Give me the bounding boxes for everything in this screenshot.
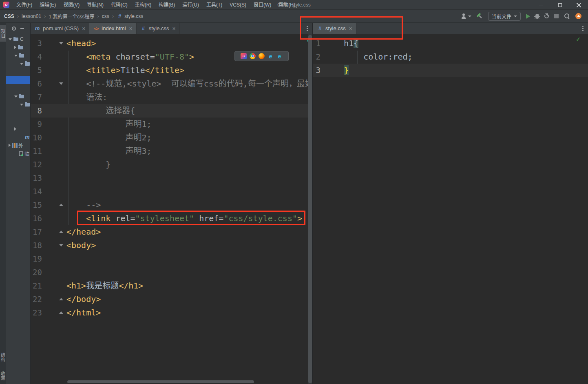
run-button[interactable] xyxy=(526,14,530,19)
tab-style.css[interactable]: #style.css× xyxy=(137,23,180,34)
tab-pom.xml (CSS)[interactable]: mpom.xml (CSS)× xyxy=(31,23,89,34)
debug-button[interactable] xyxy=(535,14,539,19)
code-line: 20 xyxy=(31,266,308,279)
code-line: 17</head> xyxy=(31,225,308,239)
tree-row[interactable] xyxy=(6,100,30,109)
css-file-icon: # xyxy=(140,25,146,31)
stop-button[interactable] xyxy=(554,14,559,18)
breadcrumb-item[interactable]: lesson01 xyxy=(22,13,41,19)
menu-item[interactable]: 运行(U) xyxy=(179,0,203,10)
edge-icon[interactable]: e xyxy=(276,53,283,59)
close-tab-icon[interactable]: × xyxy=(172,25,176,32)
editor-right-code[interactable]: 1h1{2 color:red;3} xyxy=(313,34,588,384)
menu-item[interactable]: 构建(B) xyxy=(155,0,179,10)
line-number: 3 xyxy=(31,37,42,50)
fold-end-icon[interactable] xyxy=(59,298,63,300)
horizontal-scrollbar[interactable] xyxy=(67,380,254,383)
line-number: 10 xyxy=(31,131,42,144)
tab-style.css[interactable]: #style.css× xyxy=(313,23,356,34)
minimize-button[interactable] xyxy=(532,0,550,10)
code-line: 9 声明1; xyxy=(31,118,308,131)
browser-bar: IJee xyxy=(234,51,289,61)
tree-row[interactable]: 外 xyxy=(6,141,30,149)
gear-icon[interactable] xyxy=(12,27,16,31)
chevron-down-icon[interactable] xyxy=(20,63,23,65)
run-configuration-select[interactable]: 当前文件 xyxy=(488,12,521,21)
tree-row[interactable] xyxy=(6,43,30,51)
editor-left-code[interactable]: 3<head>4 <meta charset="UTF-8">5 <title>… xyxy=(31,34,308,384)
maximize-button[interactable] xyxy=(550,0,569,10)
tree-row[interactable] xyxy=(6,92,30,100)
tree-row[interactable] xyxy=(6,84,30,92)
fold-end-icon[interactable] xyxy=(59,204,63,206)
menu-item[interactable]: VCS(S) xyxy=(226,0,250,10)
html-file-icon: <> xyxy=(93,25,99,31)
line-number: 17 xyxy=(31,225,42,239)
vertical-scrollbar[interactable] xyxy=(308,34,312,384)
menu-item[interactable]: 工具(T) xyxy=(203,0,226,10)
menu-item[interactable]: 编辑(E) xyxy=(36,0,60,10)
close-button[interactable] xyxy=(569,0,588,10)
tree-row[interactable]: m xyxy=(6,133,30,141)
chevron-down-icon[interactable] xyxy=(14,95,18,98)
user-menu[interactable] xyxy=(460,13,471,20)
ie-icon[interactable]: e xyxy=(267,53,274,59)
build-hammer-icon[interactable] xyxy=(475,12,484,20)
tree-row[interactable] xyxy=(6,60,30,68)
tree-row[interactable]: C xyxy=(6,35,30,43)
chevron-down-icon[interactable] xyxy=(20,104,23,106)
chevron-down-icon[interactable] xyxy=(9,38,12,40)
idea-icon[interactable]: IJ xyxy=(241,53,247,59)
code-line: 23</html> xyxy=(31,306,308,320)
tree-row[interactable] xyxy=(6,68,30,76)
hide-panel-icon[interactable] xyxy=(20,28,24,29)
line-number: 13 xyxy=(31,171,42,185)
code-line: 1h1{ xyxy=(313,37,588,50)
breadcrumb-item[interactable]: css xyxy=(102,13,109,19)
breadcrumb-item[interactable]: CSS xyxy=(4,13,14,19)
tree-row[interactable] xyxy=(6,109,30,117)
search-everywhere-icon[interactable] xyxy=(564,13,570,19)
tree-row[interactable]: 临 xyxy=(6,149,30,158)
close-tab-icon[interactable]: × xyxy=(129,25,133,32)
close-tab-icon[interactable]: × xyxy=(349,25,352,32)
breadcrumb-item[interactable]: #style.css xyxy=(117,13,143,19)
tree-row[interactable] xyxy=(6,117,30,125)
scrollbar-thumb[interactable] xyxy=(308,35,312,383)
close-tab-icon[interactable]: × xyxy=(82,25,85,32)
firefox-icon[interactable] xyxy=(259,53,265,59)
chevron-down-icon[interactable] xyxy=(14,55,18,57)
menu-item[interactable]: 视图(V) xyxy=(60,0,83,10)
toolwindow-button-收藏[interactable]: 收藏 xyxy=(0,368,6,384)
fold-collapse-icon[interactable] xyxy=(59,82,63,85)
more-options-icon[interactable] xyxy=(303,23,311,34)
menu-item[interactable]: 导航(N) xyxy=(83,0,107,10)
chrome-icon[interactable] xyxy=(250,53,256,59)
line-number: 19 xyxy=(31,252,42,266)
menu-item[interactable]: 文件(F) xyxy=(13,0,36,10)
tab-index.html[interactable]: <>index.html× xyxy=(89,23,136,34)
update-notification-icon[interactable] xyxy=(575,13,581,19)
inspection-status-icon[interactable]: ✓ xyxy=(576,36,581,42)
more-options-icon[interactable] xyxy=(579,23,586,34)
toolwindow-button-结构[interactable]: 结构 xyxy=(0,349,6,365)
tree-row[interactable] xyxy=(6,51,30,60)
chevron-right-icon[interactable] xyxy=(14,46,16,49)
fold-collapse-icon[interactable] xyxy=(59,244,63,246)
menu-item[interactable]: 重构(R) xyxy=(131,0,155,10)
chevron-right-icon[interactable] xyxy=(9,144,11,147)
fold-end-icon[interactable] xyxy=(59,311,63,314)
code-line: 3} xyxy=(313,64,588,77)
menu-item[interactable]: 窗口(W) xyxy=(250,0,275,10)
tree-row[interactable] xyxy=(6,76,30,84)
toolwindow-button-项目[interactable]: 项目 xyxy=(0,25,6,42)
menu-item[interactable]: 代码(C) xyxy=(107,0,131,10)
rerun-icon[interactable] xyxy=(544,14,549,18)
folder-icon xyxy=(25,103,30,107)
fold-end-icon[interactable] xyxy=(59,231,63,233)
tree-row[interactable] xyxy=(6,125,30,133)
fold-collapse-icon[interactable] xyxy=(59,42,63,44)
breadcrumb-item[interactable]: 1.我的第一个css程序 xyxy=(49,13,94,20)
chevron-right-icon[interactable] xyxy=(14,127,16,131)
scratches-icon xyxy=(19,151,23,156)
